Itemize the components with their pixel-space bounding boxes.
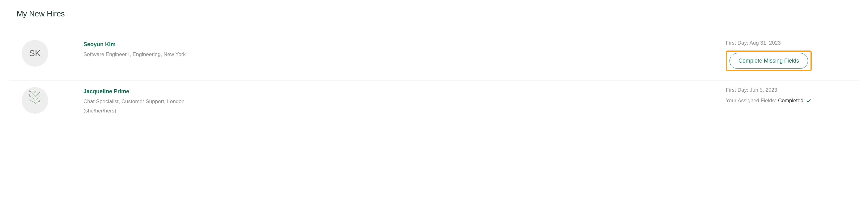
hire-name[interactable]: Seoyun Kim xyxy=(84,41,726,48)
plant-icon xyxy=(24,89,46,112)
hire-detail: Software Engineer I, Engineering, New Yo… xyxy=(84,51,726,58)
hire-row: Jacqueline Prime Chat Specialist, Custom… xyxy=(9,81,859,126)
complete-missing-fields-button[interactable]: Complete Missing Fields xyxy=(730,53,808,69)
section-title: My New Hires xyxy=(17,9,859,18)
status-value: Completed xyxy=(778,98,803,104)
avatar[interactable]: SK xyxy=(22,40,48,67)
first-day-label: First Day: Jun 5, 2023 xyxy=(726,87,777,93)
highlight-annotation: Complete Missing Fields xyxy=(726,51,812,71)
first-day-label: First Day: Aug 31, 2023 xyxy=(726,40,781,46)
status-column: First Day: Jun 5, 2023 Your Assigned Fie… xyxy=(726,87,859,104)
hire-info: Seoyun Kim Software Engineer I, Engineer… xyxy=(84,40,726,61)
hire-detail: Chat Specialist, Customer Support, Londo… xyxy=(84,99,726,105)
hire-name[interactable]: Jacqueline Prime xyxy=(84,88,726,95)
avatar[interactable] xyxy=(22,87,48,114)
avatar-column xyxy=(9,87,84,114)
avatar-column: SK xyxy=(9,40,84,67)
check-icon xyxy=(806,98,811,103)
hire-pronouns: (she/her/hers) xyxy=(84,108,726,114)
assigned-fields-status: Your Assigned Fields: Completed xyxy=(726,98,811,104)
status-prefix: Your Assigned Fields: xyxy=(726,98,776,104)
hire-row: SK Seoyun Kim Software Engineer I, Engin… xyxy=(9,34,859,81)
hire-list: SK Seoyun Kim Software Engineer I, Engin… xyxy=(9,34,859,126)
avatar-initials: SK xyxy=(29,48,40,58)
hire-info: Jacqueline Prime Chat Specialist, Custom… xyxy=(84,87,726,117)
status-column: First Day: Aug 31, 2023 Complete Missing… xyxy=(726,40,859,71)
